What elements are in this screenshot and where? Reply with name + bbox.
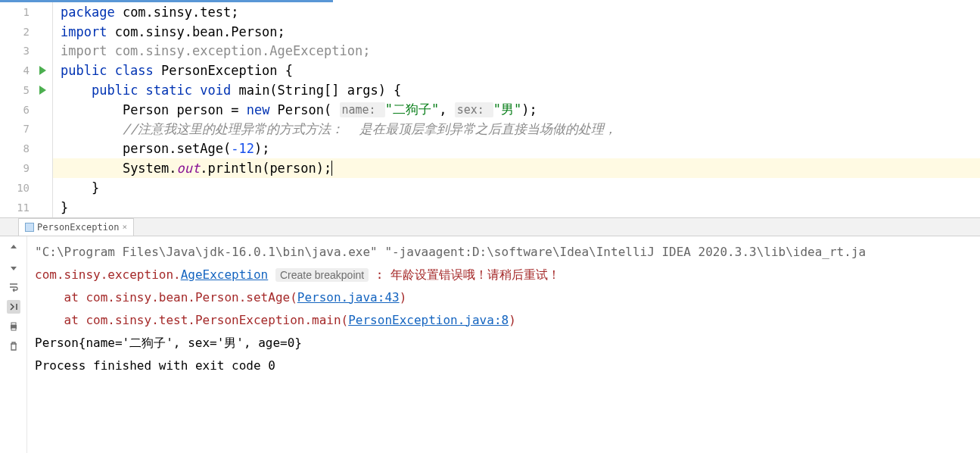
console-line: at com.sinsy.test.PersonException.main(P… xyxy=(35,309,972,332)
console-tab[interactable]: PersonException × xyxy=(18,218,134,236)
gutter-row[interactable]: 11 xyxy=(0,198,52,217)
run-gutter-icon[interactable] xyxy=(39,86,46,95)
close-icon[interactable]: × xyxy=(122,222,127,232)
scroll-to-end-icon[interactable] xyxy=(7,300,20,314)
line-number: 8 xyxy=(23,142,30,155)
svg-rect-2 xyxy=(11,328,16,330)
console-text xyxy=(268,267,275,282)
run-gutter-icon[interactable] xyxy=(39,66,46,75)
code-line[interactable]: public class PersonException { xyxy=(53,61,980,80)
code-token: Person person = xyxy=(123,102,247,117)
code-line[interactable]: public static void main(String[] args) { xyxy=(53,80,980,100)
code-token: out xyxy=(177,161,201,176)
code-token: new xyxy=(247,102,278,117)
gutter-row[interactable]: 10 xyxy=(0,178,52,198)
code-area: 1234567891011 package com.sinsy.test;imp… xyxy=(0,2,980,217)
code-token: sex: xyxy=(455,102,493,117)
stacktrace-link[interactable]: PersonException.java:8 xyxy=(348,313,509,327)
code-token: "男" xyxy=(493,101,521,118)
gutter-row[interactable]: 7 xyxy=(0,120,52,139)
code-line[interactable]: } xyxy=(53,178,980,198)
gutter-row[interactable]: 6 xyxy=(0,100,52,120)
code-token: System. xyxy=(123,161,177,176)
svg-rect-1 xyxy=(11,323,16,325)
console-text: : 年龄设置错误哦！请稍后重试！ xyxy=(369,267,560,282)
code-token: } xyxy=(92,180,99,195)
code-token: person.setAge( xyxy=(123,141,231,156)
line-number: 2 xyxy=(23,26,30,38)
console-line: "C:\Program Files\Java\jdk-16.0.1\bin\ja… xyxy=(35,241,972,264)
line-number: 3 xyxy=(23,45,30,57)
console-line: Process finished with exit code 0 xyxy=(35,355,972,377)
code-line[interactable]: import com.sinsy.exception.AgeException; xyxy=(53,42,980,61)
code-line[interactable]: Person person = new Person( name: "二狗子",… xyxy=(53,100,980,120)
code-token: import com.sinsy.exception.AgeException; xyxy=(61,43,370,58)
code-token: com.sinsy.test; xyxy=(123,5,239,20)
code-token: Person( xyxy=(278,102,340,117)
code-line[interactable]: //注意我这里的处理异常的方式方法： 是在最顶层拿到异常之后直接当场做的处理， xyxy=(53,120,980,139)
code-line[interactable]: } xyxy=(53,198,980,217)
gutter-row[interactable]: 1 xyxy=(0,2,52,22)
text-cursor xyxy=(331,161,332,176)
console-text: at com.sinsy.bean.Person.setAge( xyxy=(35,290,297,305)
console-text: ) xyxy=(400,290,407,305)
code-token: //注意我这里的处理异常的方式方法： 是在最顶层拿到异常之后直接当场做的处理， xyxy=(123,120,617,138)
editor-gutter: 1234567891011 xyxy=(0,2,53,217)
code-lines[interactable]: package com.sinsy.test;import com.sinsy.… xyxy=(53,2,980,217)
gutter-row[interactable]: 8 xyxy=(0,139,52,158)
code-token: "二狗子" xyxy=(385,101,439,118)
console-output[interactable]: "C:\Program Files\Java\jdk-16.0.1\bin\ja… xyxy=(27,236,980,454)
console-text: "C:\Program Files\Java\jdk-16.0.1\bin\ja… xyxy=(35,245,866,259)
console-toolbar xyxy=(0,236,27,454)
line-number: 7 xyxy=(23,123,30,135)
console-text: ) xyxy=(509,313,516,327)
code-token: import xyxy=(61,24,115,39)
code-token: PersonException { xyxy=(161,63,293,78)
console-tab-bar: PersonException × xyxy=(0,218,980,236)
delete-icon[interactable] xyxy=(7,339,20,353)
code-token: public class xyxy=(61,63,161,78)
code-line[interactable]: package com.sinsy.test; xyxy=(53,2,980,22)
stacktrace-link[interactable]: AgeException xyxy=(181,267,269,282)
console-text: at com.sinsy.test.PersonException.main( xyxy=(35,313,348,327)
gutter-row[interactable]: 5 xyxy=(0,80,52,100)
code-token: .println(person); xyxy=(200,161,331,176)
line-number: 5 xyxy=(23,84,30,96)
console-line: at com.sinsy.bean.Person.setAge(Person.j… xyxy=(35,286,972,309)
code-line[interactable]: person.setAge(-12); xyxy=(53,139,980,158)
gutter-row[interactable]: 3 xyxy=(0,42,52,61)
code-token: ); xyxy=(254,141,269,156)
console-line: com.sinsy.exception.AgeException Create … xyxy=(35,264,972,286)
gutter-row[interactable]: 4 xyxy=(0,61,52,80)
line-number: 4 xyxy=(23,64,30,77)
code-token: public static void xyxy=(92,83,238,98)
code-line[interactable]: System.out.println(person); xyxy=(53,158,980,178)
console-text: Process finished with exit code 0 xyxy=(35,358,275,373)
line-number: 6 xyxy=(23,104,30,116)
code-token: -12 xyxy=(231,141,254,156)
console-text: com.sinsy.exception. xyxy=(35,267,181,282)
console-tab-label: PersonException xyxy=(37,222,119,233)
soft-wrap-icon[interactable] xyxy=(7,280,20,294)
console-text: Person{name='二狗子', sex='男', age=0} xyxy=(35,336,302,350)
code-token: package xyxy=(61,5,123,20)
code-line[interactable]: import com.sinsy.bean.Person; xyxy=(53,22,980,42)
scroll-down-icon[interactable] xyxy=(7,261,20,274)
print-icon[interactable] xyxy=(7,320,20,333)
gutter-row[interactable]: 2 xyxy=(0,22,52,42)
code-token: main(String[] args) { xyxy=(238,83,401,98)
line-number: 9 xyxy=(23,162,30,174)
code-token: name: xyxy=(340,102,385,117)
code-editor: 1234567891011 package com.sinsy.test;imp… xyxy=(0,0,980,217)
line-number: 11 xyxy=(17,202,30,214)
console-area: "C:\Program Files\Java\jdk-16.0.1\bin\ja… xyxy=(0,236,980,454)
scroll-up-icon[interactable] xyxy=(7,241,20,255)
console-line: Person{name='二狗子', sex='男', age=0} xyxy=(35,332,972,355)
stacktrace-link[interactable]: Person.java:43 xyxy=(297,290,400,305)
create-breakpoint-button[interactable]: Create breakpoint xyxy=(275,268,369,282)
code-token: ); xyxy=(521,102,537,117)
code-token: } xyxy=(61,200,68,215)
code-token: com.sinsy.bean.Person; xyxy=(115,24,285,39)
line-number: 10 xyxy=(17,182,30,194)
gutter-row[interactable]: 9 xyxy=(0,158,52,178)
